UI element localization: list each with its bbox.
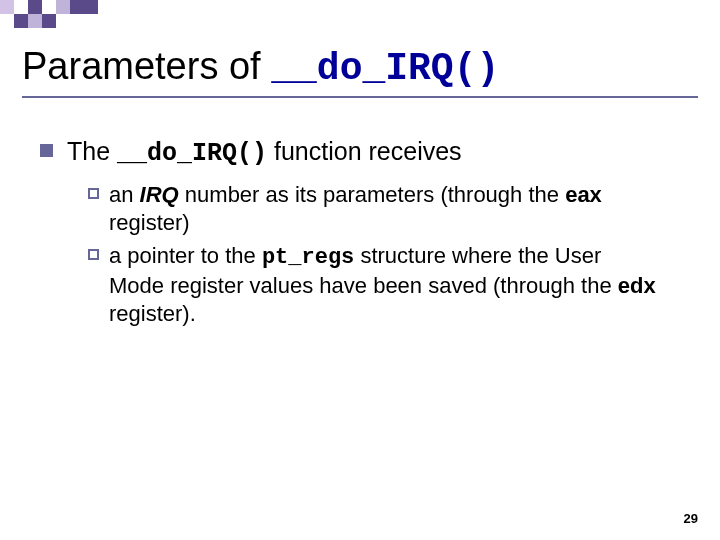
text-span: edx xyxy=(618,273,656,298)
code-span: pt_regs xyxy=(262,245,354,270)
bullet-outline-square-icon xyxy=(88,249,99,260)
title-code: __do_IRQ() xyxy=(271,47,499,90)
list-item-text: The __do_IRQ() function receives xyxy=(67,136,462,169)
text-span: The xyxy=(67,137,117,165)
decoration-row-2 xyxy=(0,14,56,28)
deco-square xyxy=(0,14,14,28)
deco-square xyxy=(0,0,14,14)
text-span: function receives xyxy=(267,137,462,165)
deco-square xyxy=(14,0,28,14)
bullet-square-icon xyxy=(40,144,53,157)
deco-square xyxy=(42,0,56,14)
text-span: eax xyxy=(565,182,602,207)
title-prefix: Parameters of xyxy=(22,45,271,87)
text-span: a pointer to the xyxy=(109,243,262,268)
deco-square xyxy=(70,0,84,14)
list-item: The __do_IRQ() function receives xyxy=(40,136,660,169)
bullet-outline-square-icon xyxy=(88,188,99,199)
slide-title: Parameters of __do_IRQ() xyxy=(22,45,499,90)
text-span: number as its parameters (through the xyxy=(179,182,565,207)
deco-square xyxy=(56,0,70,14)
code-span: __do_IRQ() xyxy=(117,139,267,168)
deco-square xyxy=(14,14,28,28)
list-item: a pointer to the pt_regs structure where… xyxy=(88,242,660,328)
text-span: register) xyxy=(109,210,190,235)
deco-square xyxy=(84,0,98,14)
content-area: The __do_IRQ() function receives an IRQ … xyxy=(40,136,660,332)
deco-square xyxy=(42,14,56,28)
text-span: an xyxy=(109,182,140,207)
page-number: 29 xyxy=(684,511,698,526)
deco-square xyxy=(28,0,42,14)
list-item: an IRQ number as its parameters (through… xyxy=(88,181,660,237)
decoration-row-1 xyxy=(0,0,98,14)
text-span: IRQ xyxy=(140,182,179,207)
deco-square xyxy=(28,14,42,28)
text-span: register). xyxy=(109,301,196,326)
sub-list: an IRQ number as its parameters (through… xyxy=(88,181,660,328)
list-item-text: a pointer to the pt_regs structure where… xyxy=(109,242,660,328)
title-divider xyxy=(22,96,698,98)
list-item-text: an IRQ number as its parameters (through… xyxy=(109,181,660,237)
